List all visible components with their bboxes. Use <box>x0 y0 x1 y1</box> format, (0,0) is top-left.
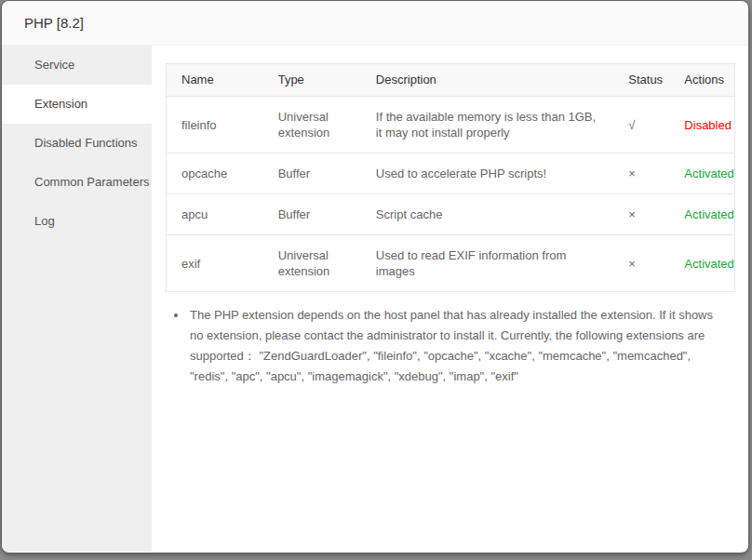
extension-action-link[interactable]: Activated <box>684 207 733 221</box>
extension-description-cell: If the available memory is less than 1GB… <box>361 97 613 153</box>
extension-name-cell: exif <box>167 235 263 292</box>
extension-description-cell: Script cache <box>361 194 613 235</box>
sidebar-item-log[interactable]: Log <box>2 202 152 241</box>
php-settings-dialog: PHP [8.2] Service Extension Disabled Fun… <box>2 1 748 553</box>
sidebar-item-common-parameters[interactable]: Common Parameters <box>2 163 152 202</box>
sidebar-item-service[interactable]: Service <box>2 46 152 85</box>
dialog-title: PHP [8.2] <box>24 15 84 31</box>
table-row-fileinfo: fileinfo Universal extension If the avai… <box>167 97 735 153</box>
table-row-opcache: opcache Buffer Used to accelerate PHP sc… <box>167 153 735 194</box>
table-row-exif: exif Universal extension Used to read EX… <box>167 235 735 292</box>
main-content: Name Type Description Status Actions fil… <box>152 46 748 552</box>
extension-name-cell: opcache <box>167 153 263 194</box>
extension-type-cell: Buffer <box>263 153 361 194</box>
extension-type-cell: Universal extension <box>263 97 361 153</box>
extension-description-cell: Used to read EXIF information from image… <box>361 235 613 292</box>
extension-name-cell: fileinfo <box>167 97 263 153</box>
extension-description-cell: Used to accelerate PHP scripts! <box>361 153 613 194</box>
column-header-status: Status <box>613 64 669 97</box>
sidebar-item-disabled-functions[interactable]: Disabled Functions <box>2 124 152 163</box>
column-header-type: Type <box>263 64 361 97</box>
extension-status-mark: × <box>613 194 669 235</box>
extension-type-cell: Universal extension <box>263 235 361 292</box>
column-header-name: Name <box>167 64 263 97</box>
info-note-list: The PHP extension depends on the host pa… <box>175 305 721 387</box>
column-header-actions: Actions <box>669 64 734 97</box>
info-note: The PHP extension depends on the host pa… <box>188 305 721 387</box>
extension-status-mark: × <box>613 153 669 194</box>
extension-status-mark: × <box>613 235 669 292</box>
screen-background: PHP [8.2] Service Extension Disabled Fun… <box>0 0 752 560</box>
table-row-apcu: apcu Buffer Script cache × Activated <box>167 194 735 235</box>
extension-action-link[interactable]: Disabled <box>684 118 732 132</box>
extension-type-cell: Buffer <box>263 194 361 235</box>
sidebar-item-extension[interactable]: Extension <box>2 85 152 124</box>
extension-status-mark: √ <box>613 97 669 153</box>
extension-action-link[interactable]: Activated <box>684 257 733 271</box>
extension-name-cell: apcu <box>167 194 263 235</box>
dialog-body: Service Extension Disabled Functions Com… <box>2 46 748 552</box>
column-header-description: Description <box>361 64 613 97</box>
extension-action-link[interactable]: Activated <box>684 167 733 180</box>
table-header-row: Name Type Description Status Actions <box>167 64 735 97</box>
dialog-titlebar: PHP [8.2] <box>2 1 748 46</box>
sidebar: Service Extension Disabled Functions Com… <box>2 46 152 552</box>
extensions-table: Name Type Description Status Actions fil… <box>166 63 735 292</box>
